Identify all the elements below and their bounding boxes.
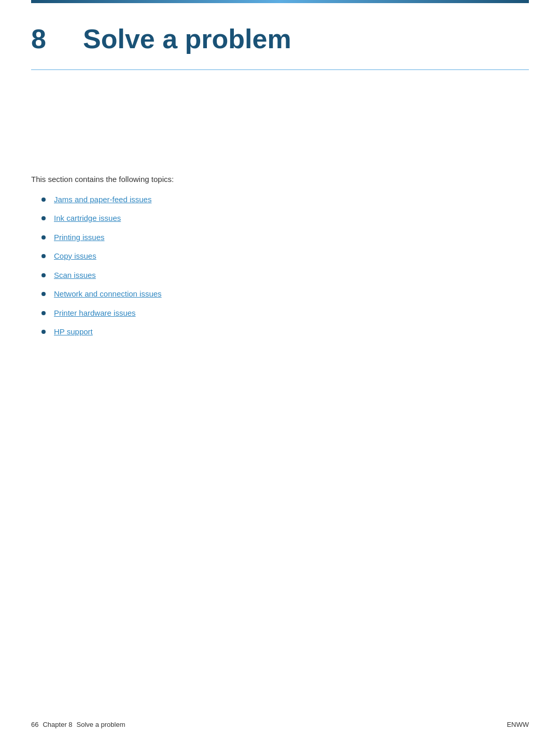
list-item: Jams and paper-feed issues bbox=[41, 194, 529, 206]
topic-link-jams-paper-feed[interactable]: Jams and paper-feed issues bbox=[54, 194, 151, 206]
topic-link-ink-cartridge[interactable]: Ink cartridge issues bbox=[54, 213, 121, 224]
list-item: Copy issues bbox=[41, 250, 529, 262]
bullet-icon bbox=[41, 311, 46, 315]
topic-link-copy[interactable]: Copy issues bbox=[54, 250, 96, 262]
bullet-icon bbox=[41, 254, 46, 258]
bullet-icon bbox=[41, 216, 46, 220]
bullet-icon bbox=[41, 292, 46, 296]
footer-left: 66 Chapter 8 Solve a problem bbox=[31, 720, 125, 730]
chapter-number: 8 bbox=[31, 19, 62, 59]
topic-link-hp-support[interactable]: HP support bbox=[54, 326, 93, 338]
bullet-icon bbox=[41, 198, 46, 202]
bullet-icon bbox=[41, 273, 46, 277]
topic-link-printing[interactable]: Printing issues bbox=[54, 232, 105, 244]
page-footer: 66 Chapter 8 Solve a problem ENWW bbox=[31, 720, 529, 730]
list-item: Printer hardware issues bbox=[41, 307, 529, 319]
section-intro: This section contains the following topi… bbox=[31, 174, 529, 186]
page-container: 8 Solve a problem This section contains … bbox=[0, 0, 560, 745]
list-item: Scan issues bbox=[41, 270, 529, 282]
bullet-icon bbox=[41, 330, 46, 334]
topic-link-printer-hardware[interactable]: Printer hardware issues bbox=[54, 307, 136, 319]
topic-link-scan[interactable]: Scan issues bbox=[54, 270, 96, 282]
chapter-title: Solve a problem bbox=[83, 19, 291, 59]
footer-locale: ENWW bbox=[507, 720, 529, 730]
list-item: HP support bbox=[41, 326, 529, 338]
topic-link-network-connection[interactable]: Network and connection issues bbox=[54, 288, 162, 300]
chapter-header: 8 Solve a problem bbox=[31, 3, 529, 70]
footer-chapter-label: Solve a problem bbox=[77, 720, 125, 730]
footer-chapter-ref: Chapter 8 bbox=[43, 720, 72, 730]
list-item: Ink cartridge issues bbox=[41, 213, 529, 224]
list-item: Printing issues bbox=[41, 232, 529, 244]
topics-list: Jams and paper-feed issuesInk cartridge … bbox=[41, 194, 529, 338]
footer-page-number: 66 bbox=[31, 720, 38, 730]
bullet-icon bbox=[41, 235, 46, 240]
list-item: Network and connection issues bbox=[41, 288, 529, 300]
